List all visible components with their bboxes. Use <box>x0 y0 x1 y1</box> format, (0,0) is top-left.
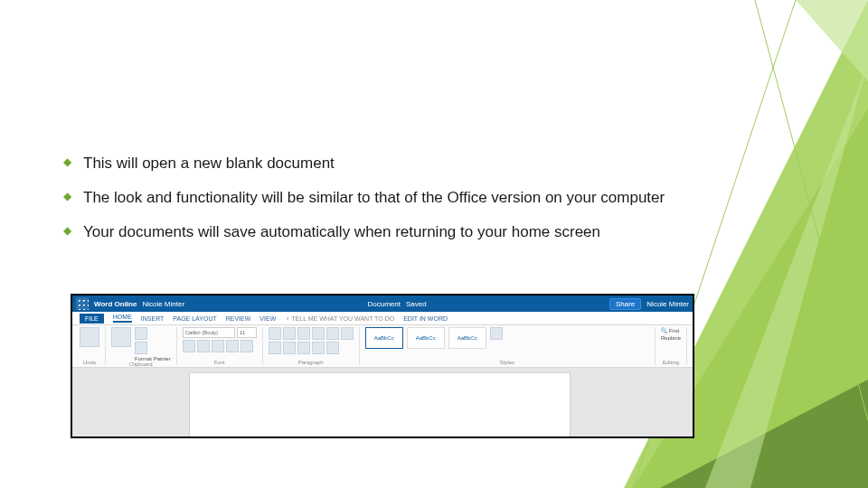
svg-marker-3 <box>705 63 868 488</box>
line-spacing-icon[interactable] <box>326 342 339 354</box>
bullets-icon[interactable] <box>269 327 281 340</box>
tell-me-search[interactable]: ♀ Tell me what you want to do <box>285 315 394 322</box>
group-label: Editing <box>661 360 681 365</box>
numbering-icon[interactable] <box>283 327 296 340</box>
ribbon-group-clipboard: Format Painter Clipboard <box>109 327 177 365</box>
group-label: Clipboard <box>111 361 171 367</box>
tab-layout[interactable]: PAGE LAYOUT <box>173 315 216 322</box>
bold-icon[interactable] <box>183 340 195 352</box>
ribbon-group-editing: 🔍 Find Replace Editing <box>659 327 687 365</box>
share-button[interactable]: Share <box>609 298 641 310</box>
edit-in-word[interactable]: EDIT IN WORD <box>403 315 448 322</box>
tab-file[interactable]: FILE <box>80 314 104 324</box>
highlight-icon[interactable] <box>241 340 253 352</box>
owner-name: Nicole Minter <box>142 300 184 308</box>
ribbon-tabs: FILE HOME INSERT PAGE LAYOUT REVIEW VIEW… <box>72 312 693 325</box>
font-color-icon[interactable] <box>226 340 239 352</box>
font-name-select[interactable]: Calibri (Body) <box>183 327 235 338</box>
undo-icon[interactable] <box>80 327 99 347</box>
group-label: Styles <box>365 360 649 365</box>
styles-more-icon[interactable] <box>490 327 503 340</box>
underline-icon[interactable] <box>212 340 224 352</box>
align-center-icon[interactable] <box>283 342 296 354</box>
save-status: Saved <box>406 300 427 308</box>
ribbon-group-font: Calibri (Body) 11 Font <box>181 327 263 365</box>
align-right-icon[interactable] <box>297 342 310 354</box>
ltr-icon[interactable] <box>341 327 354 340</box>
group-label: Undo <box>80 360 99 365</box>
document-canvas[interactable] <box>72 368 693 438</box>
bullet-item: Your documents will save automatically w… <box>63 222 750 242</box>
increase-indent-icon[interactable] <box>326 327 339 340</box>
word-online-screenshot: Word Online Nicole Minter Document Saved… <box>71 294 694 438</box>
ribbon-group-undo: Undo <box>78 327 106 365</box>
group-label: Font <box>183 360 257 365</box>
cut-icon[interactable] <box>135 327 147 340</box>
style-heading1[interactable]: AaBbCc <box>407 327 445 349</box>
justify-icon[interactable] <box>312 342 325 354</box>
signed-in-user[interactable]: Nicole Minter <box>646 300 689 308</box>
align-left-icon[interactable] <box>269 342 281 354</box>
paste-icon[interactable] <box>111 327 131 347</box>
doc-name[interactable]: Document <box>367 300 400 308</box>
copy-icon[interactable] <box>135 342 147 354</box>
svg-marker-2 <box>796 0 868 81</box>
blank-page[interactable] <box>190 373 570 438</box>
bullet-item: The look and functionality will be simil… <box>63 188 750 208</box>
replace-button[interactable]: Replace <box>661 335 681 341</box>
italic-icon[interactable] <box>197 340 210 352</box>
style-normal[interactable]: AaBbCc <box>365 327 403 349</box>
ribbon-group-paragraph: Paragraph <box>267 327 360 365</box>
multilevel-icon[interactable] <box>297 327 310 340</box>
font-size-select[interactable]: 11 <box>237 327 257 338</box>
ribbon: Undo Format Painter Clipboard Calibri (B… <box>72 325 693 368</box>
bullet-item: This will open a new blank document <box>63 154 750 174</box>
find-button[interactable]: 🔍 Find <box>661 327 679 333</box>
group-label: Paragraph <box>269 360 354 365</box>
tab-view[interactable]: VIEW <box>259 315 276 322</box>
decrease-indent-icon[interactable] <box>312 327 325 340</box>
tab-insert[interactable]: INSERT <box>141 315 165 322</box>
ribbon-group-styles: AaBbCc AaBbCc AaBbCc Styles <box>363 327 656 365</box>
tab-home[interactable]: HOME <box>113 314 132 323</box>
app-launcher-icon[interactable] <box>76 297 89 310</box>
slide-body: This will open a new blank document The … <box>63 154 750 257</box>
app-name: Word Online <box>94 300 137 308</box>
word-titlebar: Word Online Nicole Minter Document Saved… <box>72 296 693 312</box>
style-heading2[interactable]: AaBbCc <box>448 327 486 349</box>
tab-review[interactable]: REVIEW <box>226 315 251 322</box>
